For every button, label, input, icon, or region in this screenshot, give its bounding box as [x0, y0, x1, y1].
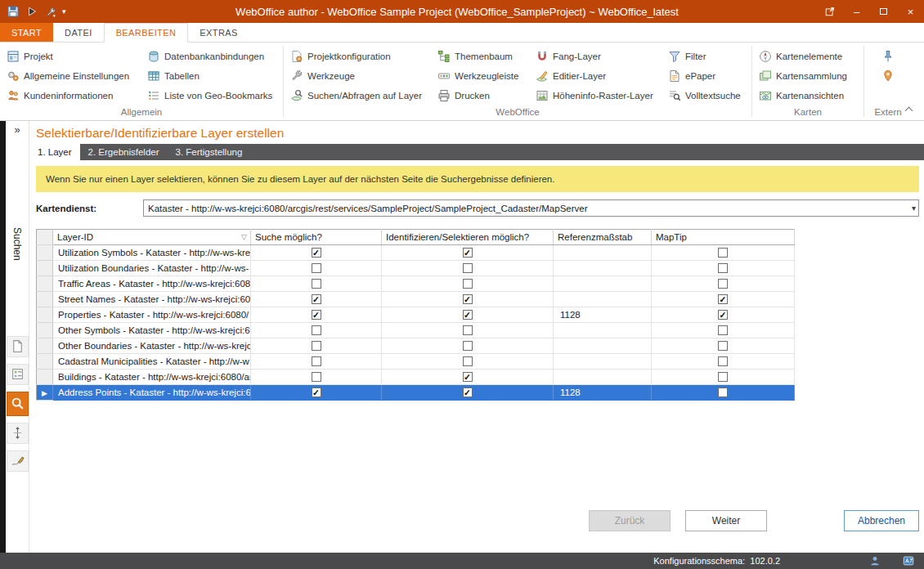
maptip-checkbox[interactable]	[718, 356, 728, 366]
ribbon-item-epaper[interactable]: ePaper	[668, 66, 742, 86]
layer-id-cell[interactable]: Other Boundaries - Kataster - http://w-w…	[53, 338, 251, 354]
referenzmassstab-cell[interactable]	[554, 354, 652, 370]
maptip-checkbox[interactable]	[718, 388, 728, 397]
layer-id-cell[interactable]: Address Points - Kataster - http://w-ws-…	[53, 385, 251, 401]
maptip-checkbox[interactable]	[718, 325, 728, 335]
ribbon-item-projektkonfiguration[interactable]: Projektkonfiguration	[290, 47, 426, 66]
suche-checkbox[interactable]	[312, 356, 321, 366]
next-button[interactable]: Weiter	[685, 510, 767, 531]
layer-id-cell[interactable]: Other Symbols - Kataster - http://w-ws-k…	[53, 323, 251, 338]
maptip-checkbox[interactable]	[718, 341, 728, 351]
ribbon-item-filter[interactable]: Filter	[668, 47, 742, 66]
layer-id-cell[interactable]: Cadastral Municipalities - Kataster - ht…	[53, 354, 251, 370]
step-tab-fertigstellung[interactable]: 3. Fertigstellung	[168, 144, 251, 160]
ribbon-item-drucken[interactable]: Drucken	[437, 86, 524, 105]
ribbon-item-allgemeine-einstellungen[interactable]: Allgemeine Einstellungen	[7, 66, 136, 86]
column-header-maptip[interactable]: MapTip	[652, 230, 795, 245]
ribbon-item-projekt[interactable]: Projekt	[7, 47, 136, 66]
expand-panel-button[interactable]: »	[14, 121, 20, 136]
ribbon-item-kartenelemente[interactable]: Kartenelemente	[759, 47, 855, 66]
identifizieren-checkbox[interactable]: ✓	[463, 388, 473, 397]
table-row[interactable]: Utilization Boundaries - Kataster - http…	[37, 261, 795, 276]
row-header-cell[interactable]	[37, 307, 53, 323]
layer-id-cell[interactable]: Traffic Areas - Kataster - http://w-ws-k…	[53, 276, 251, 292]
maptip-checkbox[interactable]: ✓	[718, 310, 728, 320]
search-tool-button[interactable]	[7, 392, 29, 416]
suche-checkbox[interactable]	[312, 341, 321, 351]
suche-checkbox[interactable]	[312, 263, 321, 273]
suche-checkbox[interactable]: ✓	[312, 388, 321, 397]
ribbon-item-volltextsuche[interactable]: Volltextsuche	[668, 86, 742, 105]
referenzmassstab-cell[interactable]: 1128	[554, 307, 652, 323]
ribbon-item-kartensammlung[interactable]: Kartensammlung	[759, 66, 855, 86]
back-button[interactable]: Zurück	[589, 510, 671, 531]
layer-id-cell[interactable]: Utilization Boundaries - Kataster - http…	[53, 261, 251, 276]
identifizieren-checkbox[interactable]: ✓	[463, 248, 473, 258]
row-header-cell[interactable]	[37, 292, 53, 307]
save-button[interactable]	[6, 4, 20, 19]
maximize-button[interactable]	[870, 0, 897, 23]
language-button[interactable]	[902, 555, 914, 567]
ribbon-item-datenbankanbindungen[interactable]: Datenbankanbindungen	[147, 47, 276, 66]
maptip-checkbox[interactable]	[718, 248, 728, 258]
panel-tab-suchen[interactable]: Suchen	[11, 227, 23, 261]
row-header-cell[interactable]	[37, 323, 53, 338]
tab-start[interactable]: START	[0, 23, 53, 42]
page-tool-button[interactable]	[7, 336, 29, 357]
row-header-cell[interactable]	[37, 276, 53, 292]
row-header-cell[interactable]	[37, 370, 53, 385]
ribbon-item-kartenansichten[interactable]: Kartenansichten	[759, 86, 855, 105]
column-header-layer-id[interactable]: Layer-ID▽	[53, 230, 251, 245]
suche-checkbox[interactable]	[312, 325, 321, 335]
popout-button[interactable]	[816, 0, 843, 23]
identifizieren-checkbox[interactable]	[463, 356, 473, 366]
ribbon-item-tabellen[interactable]: Tabellen	[147, 66, 276, 86]
tab-extras[interactable]: EXTRAS	[188, 23, 249, 42]
filter-icon[interactable]: ▽	[241, 233, 247, 241]
maptip-checkbox[interactable]	[718, 263, 728, 273]
identifizieren-checkbox[interactable]	[463, 263, 473, 273]
ribbon-item-themenbaum[interactable]: Themenbaum	[437, 47, 524, 66]
identifizieren-checkbox[interactable]: ✓	[463, 310, 473, 320]
table-row[interactable]: Cadastral Municipalities - Kataster - ht…	[37, 354, 795, 370]
ribbon-item-pin[interactable]	[881, 47, 895, 66]
column-header-referenzmassstab[interactable]: Referenzmaßstab	[554, 230, 652, 245]
table-row[interactable]: ▶Address Points - Kataster - http://w-ws…	[37, 385, 795, 401]
user-button[interactable]	[868, 555, 881, 567]
redline-tool-button[interactable]	[7, 450, 29, 472]
grid-corner-cell[interactable]	[37, 230, 53, 245]
step-tab-layer[interactable]: 1. Layer	[29, 144, 80, 160]
ribbon-item-werkzeugleiste[interactable]: Werkzeugleiste	[437, 66, 524, 86]
cancel-button[interactable]: Abbrechen	[844, 510, 919, 531]
table-row[interactable]: Utilization Symbols - Kataster - http://…	[37, 245, 795, 261]
ribbon-item-fang-layer[interactable]: Fang-Layer	[536, 47, 657, 66]
referenzmassstab-cell[interactable]	[554, 323, 652, 338]
referenzmassstab-cell[interactable]	[554, 338, 652, 354]
row-header-cell[interactable]	[37, 338, 53, 354]
maptip-checkbox[interactable]	[718, 372, 728, 382]
ribbon-item-editier-layer[interactable]: Editier-Layer	[536, 66, 657, 86]
table-row[interactable]: Buildings - Kataster - http://w-ws-krejc…	[37, 370, 795, 385]
row-header-cell[interactable]	[37, 354, 53, 370]
referenzmassstab-cell[interactable]: 1128	[554, 385, 652, 401]
suche-checkbox[interactable]: ✓	[312, 294, 321, 304]
referenzmassstab-cell[interactable]	[554, 370, 652, 385]
table-row[interactable]: Other Symbols - Kataster - http://w-ws-k…	[37, 323, 795, 338]
row-header-cell[interactable]: ▶	[37, 385, 53, 401]
legend-tool-button[interactable]	[7, 364, 29, 385]
maptip-checkbox[interactable]: ✓	[718, 294, 728, 304]
collapse-ribbon-button[interactable]	[901, 104, 916, 115]
step-tab-ergebnisfelder[interactable]: 2. Ergebnisfelder	[80, 144, 168, 160]
referenzmassstab-cell[interactable]	[554, 276, 652, 292]
referenzmassstab-cell[interactable]	[554, 245, 652, 261]
identifizieren-checkbox[interactable]	[463, 279, 473, 289]
row-header-cell[interactable]	[37, 261, 53, 276]
table-row[interactable]: Properties - Kataster - http://w-ws-krej…	[37, 307, 795, 323]
row-header-cell[interactable]	[37, 245, 53, 261]
tab-datei[interactable]: DATEI	[53, 23, 104, 42]
table-row[interactable]: Traffic Areas - Kataster - http://w-ws-k…	[37, 276, 795, 292]
ribbon-item-hoeheninfo-raster-layer[interactable]: Höheninfo-Raster-Layer	[536, 86, 657, 105]
identifizieren-checkbox[interactable]: ✓	[463, 294, 473, 304]
identifizieren-checkbox[interactable]: ✓	[463, 372, 473, 382]
referenzmassstab-cell[interactable]	[554, 261, 652, 276]
